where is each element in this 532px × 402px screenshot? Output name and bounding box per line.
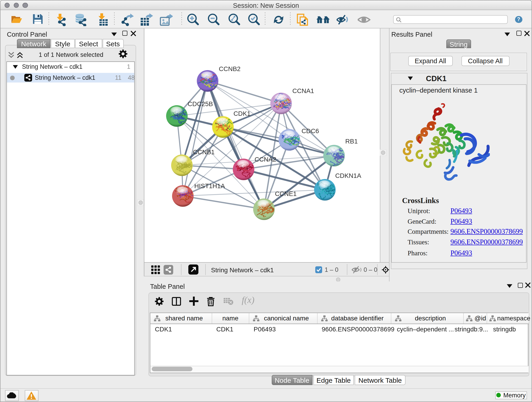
svg-text:CDKN1A: CDKN1A [335,172,361,179]
svg-text:CCNE1: CCNE1 [275,190,297,197]
svg-text:CCNB2: CCNB2 [219,65,240,72]
svg-text:CDC25B: CDC25B [187,100,213,107]
svg-text:CCNA1: CCNA1 [292,87,314,94]
svg-text:RB1: RB1 [345,138,357,145]
svg-text:CDC6: CDC6 [301,127,319,134]
svg-text:HIST1H1A: HIST1H1A [194,182,225,189]
svg-text:CCNA2: CCNA2 [254,156,276,163]
svg-text:CCNB1: CCNB1 [193,148,215,155]
svg-text:CDK1: CDK1 [233,110,250,117]
